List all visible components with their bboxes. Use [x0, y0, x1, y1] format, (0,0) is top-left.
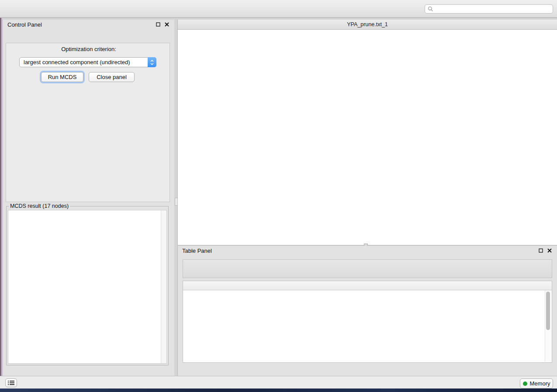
table-panel: Table Panel [177, 246, 557, 376]
mcds-result-list [8, 211, 161, 363]
show-panels-button[interactable] [5, 378, 17, 387]
network-window-titlebar[interactable]: YPA_prune.txt_1 [178, 20, 557, 30]
search-input[interactable] [433, 6, 553, 13]
select-stepper-icon [148, 57, 156, 67]
run-mcds-button[interactable]: Run MCDS [41, 72, 83, 82]
control-panel: Control Panel Optimization criterion: la… [3, 20, 174, 376]
memory-status-icon [523, 382, 527, 386]
table-panel-header: Table Panel [178, 246, 557, 255]
control-panel-header: Control Panel [3, 20, 174, 29]
float-panel-icon[interactable] [538, 248, 544, 254]
mcds-result-title: MCDS result (17 nodes) [9, 203, 70, 209]
criterion-label: Optimization criterion: [3, 46, 174, 52]
desktop-wallpaper-left [0, 18, 3, 389]
network-view-panel: YPA_prune.txt_1 [177, 20, 557, 245]
desktop-wallpaper-bottom [0, 389, 557, 392]
memory-button[interactable]: Memory [520, 378, 553, 389]
status-bar: Memory [0, 376, 557, 389]
criterion-select[interactable]: largest connected component (undirected) [19, 57, 156, 67]
scrollbar-thumb[interactable] [546, 292, 550, 330]
search-icon [428, 6, 433, 12]
close-panel-button[interactable]: Close panel [89, 72, 135, 82]
mcds-result-listbox [8, 210, 167, 364]
memory-label: Memory [530, 380, 550, 387]
control-panel-title: Control Panel [7, 21, 152, 28]
close-panel-icon[interactable] [164, 21, 170, 28]
mcds-result-group: MCDS result (17 nodes) [6, 203, 169, 365]
float-panel-icon[interactable] [155, 21, 161, 28]
table-toolbar [183, 259, 552, 278]
vertical-splitter[interactable] [174, 20, 177, 376]
table-scrollbar[interactable] [545, 290, 551, 362]
table-header-row [183, 281, 552, 290]
node-table [183, 281, 552, 363]
list-icon [8, 380, 14, 385]
table-panel-title: Table Panel [182, 248, 535, 254]
search-box[interactable] [425, 4, 553, 14]
mcds-list-scrollbar[interactable] [161, 210, 166, 363]
criterion-select-value: largest connected component (undirected) [20, 59, 148, 65]
network-window-title: YPA_prune.txt_1 [178, 21, 557, 28]
network-graph[interactable] [178, 29, 557, 244]
close-panel-icon[interactable] [547, 248, 553, 254]
